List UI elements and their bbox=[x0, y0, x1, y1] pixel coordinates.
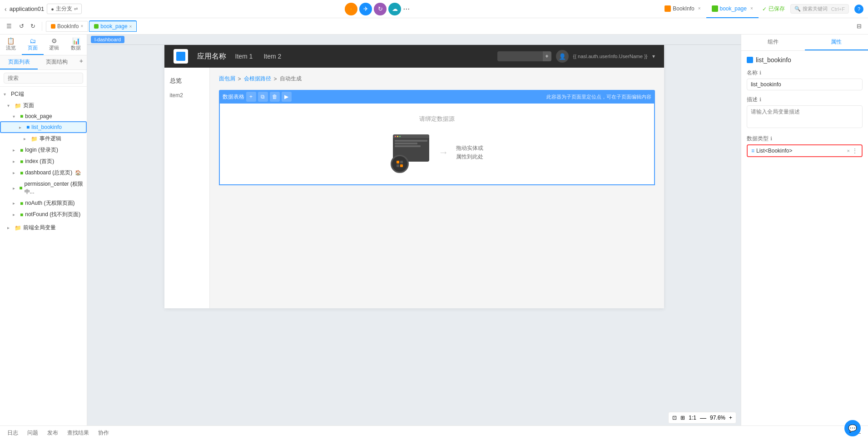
panel-toggle-btn[interactable]: ⊟ bbox=[854, 21, 864, 31]
canvas-tab-close-bookinfo[interactable]: × bbox=[80, 24, 83, 29]
tree-noauth[interactable]: ▸ ■ noAuth (无权限页面) bbox=[0, 198, 87, 209]
right-tab-attrs[interactable]: 属性 bbox=[805, 35, 868, 50]
bottom-tab-search[interactable]: 查找结果 bbox=[67, 429, 89, 437]
toolbar-icon-2[interactable]: ✈ bbox=[359, 3, 372, 15]
sidebar-tab-logic[interactable]: ⚙ 逻辑 bbox=[44, 35, 65, 55]
chat-btn[interactable]: 💬 bbox=[844, 420, 861, 436]
tab-close-bookinfo[interactable]: × bbox=[698, 6, 701, 11]
canvas-tab-book-page[interactable]: book_page × bbox=[89, 20, 137, 32]
widget-add-btn[interactable]: + bbox=[246, 92, 256, 102]
right-tab-components[interactable]: 组件 bbox=[741, 35, 805, 50]
header-search-input[interactable] bbox=[497, 51, 543, 61]
data-table-widget: 数据表格 + ⧉ 🗑 ▶ 此容器为子页面里定位点，可在子页面编辑内容 请绑定数据… bbox=[219, 90, 655, 185]
desc-textarea[interactable] bbox=[747, 105, 863, 128]
toolbar-icon-1[interactable]: 🔸 bbox=[345, 3, 357, 15]
widget-toolbar: 数据表格 + ⧉ 🗑 ▶ 此容器为子页面里定位点，可在子页面编辑内容 bbox=[219, 90, 655, 104]
tab-book-page[interactable]: book_page × bbox=[706, 0, 759, 18]
toolbar-icons: 🔸 ✈ ↻ ☁ ··· bbox=[345, 3, 410, 15]
sidebar-search-input[interactable] bbox=[4, 73, 83, 84]
page-structure-tab[interactable]: 页面结构 bbox=[38, 55, 75, 69]
l-dashboard-tag[interactable]: l-dashboard bbox=[91, 36, 124, 43]
zoom-out-btn[interactable]: — bbox=[700, 414, 706, 421]
branch-label: 主分支 bbox=[56, 5, 72, 13]
widget-hint: 此容器为子页面里定位点，可在子页面编辑内容 bbox=[546, 94, 651, 100]
pages-folder-arrow: ▾ bbox=[7, 103, 13, 108]
data-type-close-btn[interactable]: × bbox=[847, 148, 850, 153]
desc-field-row: 描述 ℹ bbox=[747, 96, 863, 129]
toolbar-separator bbox=[42, 22, 42, 31]
center-btn[interactable]: ⊞ bbox=[680, 415, 685, 421]
sidebar-tree: ▾ PC端 ▾ 📁 页面 ▾ ■ book_page ▸ ■ list_book… bbox=[0, 87, 87, 425]
menu-toggle-btn[interactable]: ☰ bbox=[4, 21, 15, 31]
page-list-tab[interactable]: 页面列表 bbox=[0, 55, 38, 69]
tree-global-vars[interactable]: ▸ 📁 前端全局变量 bbox=[0, 222, 87, 233]
top-bar: ‹ application01 ● 主分支 ⇄ 🔸 ✈ ↻ ☁ ··· Book… bbox=[0, 0, 868, 18]
tab-bookinfo[interactable]: BookInfo × bbox=[659, 0, 706, 18]
toolbar-icon-3[interactable]: ↻ bbox=[374, 3, 387, 15]
zoom-in-btn[interactable]: + bbox=[729, 415, 732, 421]
back-arrow[interactable]: ‹ bbox=[5, 5, 7, 13]
toolbar-more[interactable]: ··· bbox=[403, 4, 410, 14]
branch-icon: ● bbox=[51, 6, 54, 12]
chat-icon: 💬 bbox=[848, 424, 857, 433]
canvas-scroll[interactable]: 应用名称 Item 1 Item 2 + 👤 {{ nasl.auth.user… bbox=[87, 45, 741, 425]
undo-redo-group: ↺ ↻ bbox=[16, 21, 38, 31]
name-input[interactable] bbox=[747, 79, 863, 90]
pc-label: PC端 bbox=[11, 90, 24, 98]
bottom-tab-daily[interactable]: 日志 bbox=[7, 429, 18, 437]
tree-events[interactable]: ▸ 📁 事件逻辑 bbox=[0, 133, 87, 144]
tree-pages-folder[interactable]: ▾ 📁 页面 bbox=[0, 100, 87, 111]
sidebar-tab-page[interactable]: 🗂 页面 bbox=[22, 35, 44, 55]
content-left-nav: 总览 item2 bbox=[164, 68, 210, 308]
breadcrumb-path1[interactable]: 会根据路径 bbox=[244, 75, 271, 83]
toolbar-icon-4[interactable]: ☁ bbox=[388, 3, 401, 15]
bottom-tab-issues[interactable]: 问题 bbox=[27, 429, 38, 437]
data-type-more-btn[interactable]: ⋮ bbox=[852, 147, 858, 154]
widget-delete-btn[interactable]: 🗑 bbox=[270, 92, 280, 102]
tree-permission[interactable]: ▸ ■ permission_center (权限中... bbox=[0, 178, 87, 198]
bottom-tab-collab[interactable]: 协作 bbox=[98, 429, 109, 437]
canvas-area: l-dashboard 应用名称 Item 1 Item 2 bbox=[87, 35, 741, 425]
tree-login[interactable]: ▸ ■ login (登录页) bbox=[0, 144, 87, 156]
fit-btn[interactable]: ⊡ bbox=[672, 415, 677, 421]
widget-label: 数据表格 bbox=[223, 93, 244, 101]
undo-btn[interactable]: ↺ bbox=[16, 21, 27, 31]
canvas-tabs-strip: BookInfo × book_page × bbox=[46, 20, 137, 32]
sidebar-tab-pages[interactable]: 📋 流览 bbox=[0, 35, 22, 55]
right-panel-tabs: 组件 属性 bbox=[741, 35, 868, 51]
user-avatar: 👤 bbox=[556, 50, 569, 63]
data-icon: 📊 bbox=[66, 37, 86, 44]
tree-dashboard[interactable]: ▸ ■ dashboard (总览页) 🏠 bbox=[0, 167, 87, 178]
tree-index[interactable]: ▸ ■ index (首页) bbox=[0, 156, 87, 167]
sidebar-header-tabs: 📋 流览 🗂 页面 ⚙ 逻辑 📊 数据 bbox=[0, 35, 87, 55]
tree-pc-section[interactable]: ▾ PC端 bbox=[0, 89, 87, 100]
add-page-btn[interactable]: + bbox=[76, 55, 87, 69]
nav-item-1[interactable]: Item 1 bbox=[235, 53, 253, 60]
redo-btn[interactable]: ↻ bbox=[28, 21, 38, 31]
tree-list-bookinfo[interactable]: ▸ ■ list_bookinfo bbox=[0, 121, 87, 133]
widget-copy-btn[interactable]: ⧉ bbox=[258, 92, 268, 102]
search-box-top[interactable]: 🔍 搜索关键词 Ctrl+F bbox=[790, 4, 849, 14]
zoom-ratio: 1:1 bbox=[689, 415, 696, 421]
tree-notfound[interactable]: ▸ ■ notFound (找不到页面) bbox=[0, 209, 87, 220]
tab-close-book-page[interactable]: × bbox=[750, 6, 753, 11]
branch-selector[interactable]: ● 主分支 ⇄ bbox=[47, 4, 82, 14]
help-button[interactable]: ? bbox=[854, 5, 863, 14]
canvas-tab-close-book-page[interactable]: × bbox=[129, 24, 132, 29]
zoom-controls: ⊡ ⊞ 1:1 — 97.6% + bbox=[668, 412, 736, 424]
header-search-icon[interactable]: + bbox=[543, 51, 551, 61]
component-icon bbox=[747, 57, 753, 63]
bottom-tab-publish[interactable]: 发布 bbox=[47, 429, 58, 437]
widget-more-btn[interactable]: ▶ bbox=[282, 92, 292, 102]
notfound-label: notFound (找不到页面) bbox=[25, 211, 80, 218]
panel-toggle[interactable]: ⊟ bbox=[854, 21, 864, 31]
component-name-title: list_bookinfo bbox=[756, 56, 791, 64]
left-sidebar: 📋 流览 🗂 页面 ⚙ 逻辑 📊 数据 页面列表 页面结构 + bbox=[0, 35, 87, 425]
tree-book-page[interactable]: ▾ ■ book_page bbox=[0, 111, 87, 121]
canvas-tab-bookinfo[interactable]: BookInfo × bbox=[46, 21, 88, 32]
header-search-wrapper: + bbox=[497, 51, 551, 61]
sidebar-tab-data[interactable]: 📊 数据 bbox=[65, 35, 87, 55]
nav-item-2[interactable]: Item 2 bbox=[263, 53, 281, 60]
permission-icon: ■ bbox=[19, 185, 22, 191]
breadcrumb-root[interactable]: 面包屑 bbox=[219, 75, 235, 83]
